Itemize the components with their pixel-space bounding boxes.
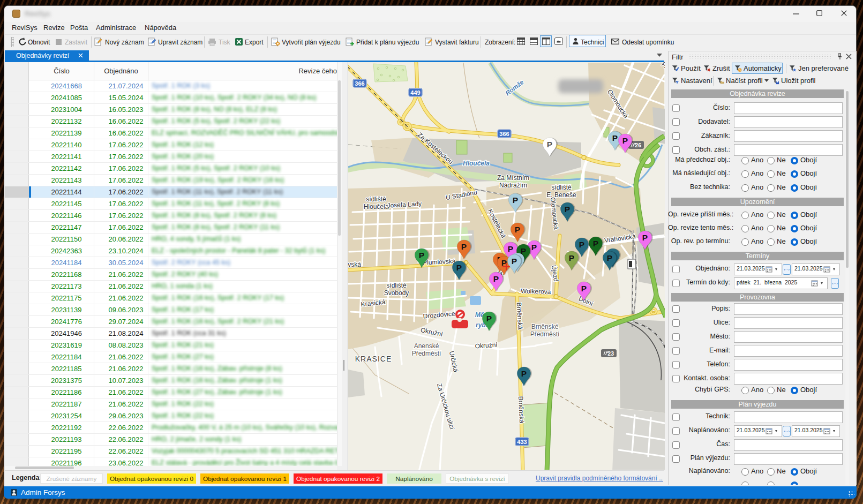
svg-text:P: P (493, 274, 499, 283)
svg-text:P: P (607, 253, 612, 262)
svg-text:KRASICE: KRASICE (355, 355, 392, 363)
svg-text:P: P (579, 240, 584, 249)
svg-text:P: P (486, 314, 492, 323)
svg-text:366: 366 (499, 131, 509, 137)
svg-text:Hloučela: Hloučela (364, 203, 389, 210)
svg-text:Brněnské: Brněnské (531, 323, 559, 330)
svg-text:P: P (593, 239, 598, 248)
svg-text:P: P (565, 205, 570, 214)
svg-text:P: P (456, 263, 462, 272)
svg-text:Okružní: Okružní (475, 341, 498, 350)
svg-text:P: P (612, 133, 618, 142)
svg-text:lovská: lovská (348, 261, 361, 268)
svg-text:Za Místním: Za Místním (497, 174, 529, 182)
svg-text:sídliště: sídliště (551, 184, 572, 191)
svg-text:433: 433 (517, 439, 527, 445)
svg-text:Nádražím: Nádražím (499, 182, 527, 189)
svg-text:23: 23 (607, 350, 614, 357)
svg-text:Hloučela: Hloučela (463, 160, 490, 167)
svg-text:P: P (521, 369, 527, 378)
svg-text:P: P (569, 253, 574, 262)
svg-text:26: 26 (635, 142, 641, 148)
svg-text:P: P (515, 225, 520, 234)
svg-text:P: P (547, 140, 552, 149)
svg-text:sídliště: sídliště (386, 282, 407, 289)
svg-text:366: 366 (355, 80, 364, 87)
svg-text:P: P (581, 284, 587, 293)
svg-text:P: P (461, 242, 467, 251)
svg-text:Svobody: Svobody (384, 289, 409, 297)
svg-text:P: P (419, 251, 424, 260)
svg-text:449: 449 (410, 89, 420, 96)
svg-text:P: P (642, 233, 648, 242)
svg-text:Brněnská: Brněnská (515, 302, 524, 330)
svg-text:Předměstí: Předměstí (530, 330, 560, 338)
svg-text:Wolkerova: Wolkerova (521, 287, 551, 296)
svg-text:Anenské: Anenské (414, 342, 439, 350)
svg-text:sídliště: sídliště (366, 195, 386, 203)
svg-text:P: P (512, 257, 517, 266)
svg-text:P: P (508, 244, 513, 253)
svg-text:P: P (622, 136, 628, 145)
svg-text:P: P (531, 243, 537, 252)
svg-text:Brněnská: Brněnská (517, 396, 526, 423)
svg-text:P: P (513, 195, 518, 205)
svg-text:Předměstí: Předměstí (412, 350, 441, 357)
